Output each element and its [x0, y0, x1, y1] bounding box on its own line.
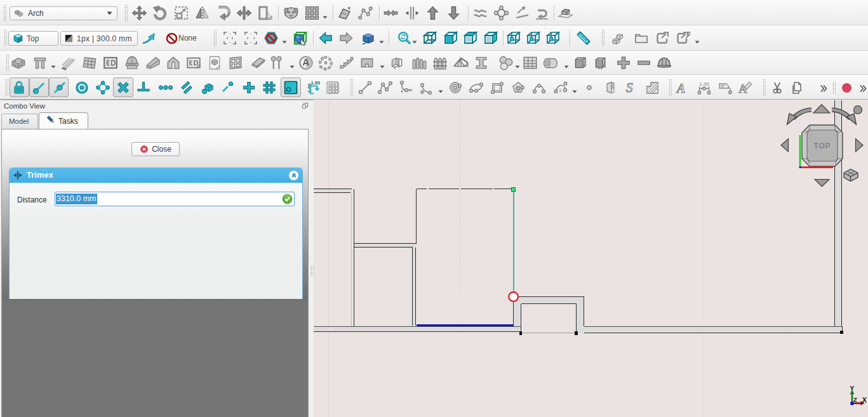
svg-text:X: X [862, 397, 867, 404]
svg-text:TOP: TOP [814, 142, 831, 150]
svg-text:Z: Z [853, 396, 857, 403]
